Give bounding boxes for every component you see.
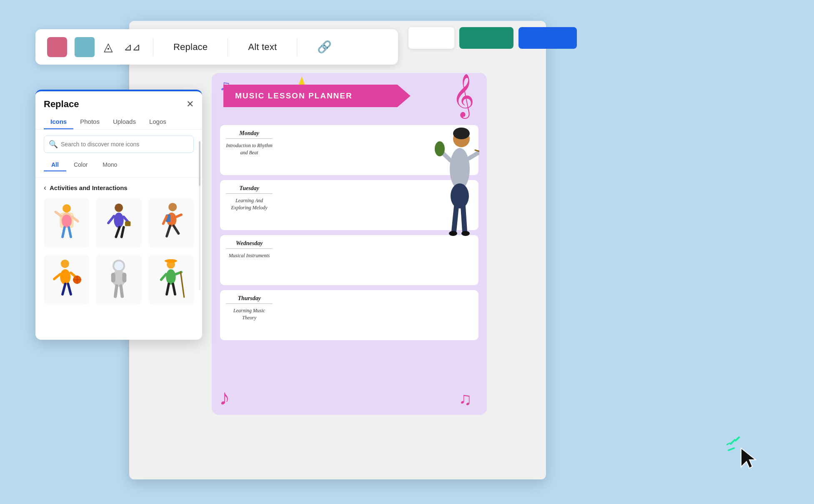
search-icon-wrap: 🔍 [44, 135, 194, 153]
svg-point-22 [60, 260, 69, 268]
svg-point-8 [115, 203, 123, 212]
svg-point-7 [62, 215, 71, 227]
day-label-thursday: Thursday [226, 295, 273, 304]
svg-line-60 [736, 437, 739, 441]
svg-point-57 [449, 231, 457, 236]
divider-3 [297, 38, 297, 56]
icon-cell-1[interactable] [44, 198, 89, 248]
image-toolbar: ◬ ⊿⊿ Replace Alt text 🔗 [35, 29, 398, 65]
activities-section: ‹ Activities and Interactions [35, 178, 202, 311]
cursor-sparkles-icon [726, 436, 764, 469]
svg-line-45 [167, 284, 169, 294]
filter-color[interactable]: Color [66, 159, 95, 171]
share-button[interactable] [408, 27, 454, 49]
svg-line-61 [729, 448, 734, 450]
svg-line-42 [161, 274, 166, 280]
svg-point-50 [451, 183, 469, 208]
svg-line-55 [454, 206, 456, 231]
icon-cell-5[interactable] [96, 255, 141, 305]
svg-line-19 [177, 215, 182, 217]
activities-header: ‹ Activities and Interactions [44, 183, 194, 192]
svg-point-41 [166, 269, 176, 285]
day-topic-tuesday: Learning And Exploring Melody [226, 197, 273, 211]
svg-point-32 [114, 261, 123, 271]
svg-line-37 [121, 286, 122, 296]
day-label-wednesday: Wednesday [226, 240, 273, 249]
activities-label: Activities and Interactions [50, 184, 128, 191]
svg-line-24 [54, 274, 60, 279]
musician-figure [431, 127, 479, 261]
green-action-button[interactable] [459, 27, 513, 49]
tab-icons[interactable]: Icons [44, 115, 73, 129]
icon-cell-4[interactable] [44, 255, 89, 305]
day-label-monday: Monday [226, 130, 273, 139]
color-swatch-2[interactable] [75, 37, 95, 57]
planner-day-cell-wednesday: Wednesday Musical Instruments [220, 235, 278, 285]
svg-rect-35 [122, 273, 126, 282]
svg-line-21 [174, 226, 179, 233]
replace-panel-header: Replace ✕ [35, 91, 202, 115]
svg-line-46 [173, 284, 175, 294]
icon-grid [44, 198, 194, 311]
day-topic-wednesday: Musical Instruments [226, 252, 273, 259]
svg-line-18 [163, 216, 167, 223]
svg-rect-40 [167, 260, 175, 263]
planner-day-cell-tuesday: Tuesday Learning And Exploring Melody [220, 180, 278, 230]
svg-line-59 [731, 440, 735, 444]
tab-logos[interactable]: Logos [143, 115, 173, 129]
replace-tabs: Icons Photos Uploads Logos [35, 115, 202, 130]
filter-tabs: All Color Mono [35, 159, 202, 178]
planner-content-thursday [278, 290, 478, 340]
filter-mono[interactable]: Mono [95, 159, 125, 171]
svg-point-58 [461, 231, 470, 236]
day-label-tuesday: Tuesday [226, 185, 273, 194]
svg-rect-12 [125, 221, 130, 226]
svg-rect-34 [111, 273, 115, 282]
icon-cell-3[interactable] [148, 198, 194, 248]
divider-2 [228, 38, 228, 56]
svg-line-52 [469, 152, 479, 158]
replace-panel-title: Replace [44, 99, 79, 110]
svg-point-48 [453, 128, 470, 139]
tab-photos[interactable]: Photos [73, 115, 106, 129]
link-button[interactable]: 🔗 [308, 37, 341, 57]
replace-panel-close[interactable]: ✕ [186, 99, 194, 110]
search-wrap: 🔍 [35, 135, 202, 159]
planner-day-cell-thursday: Thursday Learning Music Theory [220, 290, 278, 340]
replace-panel: Replace ✕ Icons Photos Uploads Logos 🔍 A… [35, 90, 202, 340]
svg-line-14 [116, 227, 119, 237]
flip-icon[interactable]: ⊿⊿ [122, 40, 142, 55]
svg-marker-63 [741, 448, 756, 468]
svg-line-13 [122, 227, 124, 237]
svg-point-23 [60, 269, 70, 285]
planner-wrap: ♫ 𝄞 MUSIC LESSON PLANNER Monday Introduc… [212, 73, 487, 415]
icon-cell-2[interactable] [96, 198, 141, 248]
day-topic-thursday: Learning Music Theory [226, 307, 273, 321]
svg-line-10 [108, 216, 114, 223]
svg-line-56 [463, 206, 465, 231]
svg-line-29 [63, 284, 65, 294]
svg-line-5 [63, 227, 65, 237]
color-swatch-1[interactable] [47, 37, 67, 57]
svg-line-36 [115, 286, 117, 296]
icon-cell-6[interactable] [148, 255, 194, 305]
opacity-icon[interactable]: ◬ [102, 38, 115, 55]
tab-uploads[interactable]: Uploads [106, 115, 143, 129]
blue-action-button[interactable] [518, 27, 577, 49]
replace-button[interactable]: Replace [164, 38, 217, 56]
back-icon[interactable]: ‹ [44, 183, 46, 192]
day-topic-monday: Introduction to Rhythm and Beat [226, 142, 273, 156]
svg-point-53 [435, 141, 445, 156]
cursor-area [726, 436, 764, 471]
planner-day-cell-monday: Monday Introduction to Rhythm and Beat [220, 125, 278, 175]
svg-line-3 [55, 212, 61, 216]
music-note-bottom-right: ♫ [459, 389, 472, 409]
svg-line-6 [69, 227, 71, 237]
alt-text-button[interactable]: Alt text [239, 38, 286, 56]
search-input[interactable] [44, 135, 194, 153]
svg-point-0 [63, 204, 71, 213]
svg-line-44 [181, 272, 184, 297]
filter-all[interactable]: All [44, 159, 66, 171]
svg-point-15 [168, 203, 177, 211]
treble-clef-icon: 𝄞 [452, 76, 474, 114]
